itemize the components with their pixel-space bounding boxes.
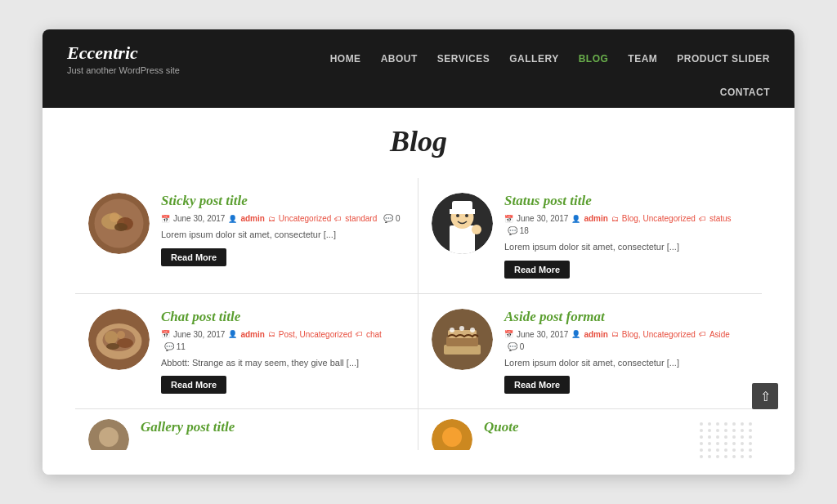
blog-post-gallery-partial: Gallery post title bbox=[75, 409, 418, 450]
post-date-sticky: June 30, 2017 bbox=[173, 214, 225, 223]
read-more-sticky[interactable]: Read More bbox=[161, 248, 226, 266]
scroll-to-top-button[interactable]: ⇧ bbox=[752, 383, 778, 409]
svg-point-18 bbox=[117, 338, 133, 348]
post-date-chat: June 30, 2017 bbox=[173, 330, 225, 339]
post-categories-status[interactable]: Blog, Uncategorized bbox=[622, 214, 696, 223]
post-image-sticky bbox=[88, 193, 150, 254]
post-excerpt-aside: Lorem ipsum dolor sit amet, consectetur … bbox=[504, 356, 749, 370]
blog-post-sticky: Sticky post title 📅 June 30, 2017 👤 admi… bbox=[75, 178, 418, 294]
svg-point-19 bbox=[117, 331, 125, 339]
decoration-dot bbox=[724, 442, 727, 445]
svg-point-17 bbox=[105, 331, 118, 344]
post-meta-sticky: 📅 June 30, 2017 👤 admin 🗂 Uncategorized … bbox=[161, 214, 405, 223]
category-icon-3: 🗂 bbox=[268, 330, 275, 338]
decoration-dot bbox=[708, 435, 711, 439]
blog-post-chat: Chat post title 📅 June 30, 2017 👤 admin … bbox=[75, 294, 418, 410]
post-author-chat[interactable]: admin bbox=[240, 330, 264, 339]
decoration-dot bbox=[749, 435, 752, 439]
decoration-dot bbox=[724, 422, 727, 426]
decoration-dot bbox=[724, 429, 727, 432]
decoration-dot bbox=[732, 442, 736, 445]
nav-services[interactable]: SERVICES bbox=[437, 53, 490, 65]
svg-point-5 bbox=[114, 223, 128, 231]
brand: Eccentric Just another WordPress site bbox=[67, 42, 180, 75]
post-title-chat[interactable]: Chat post title bbox=[161, 309, 405, 325]
svg-point-29 bbox=[99, 427, 119, 447]
browser-window: Eccentric Just another WordPress site HO… bbox=[43, 29, 794, 475]
nav-blog[interactable]: BLOG bbox=[579, 53, 609, 65]
post-categories-chat[interactable]: Post, Uncategorized bbox=[279, 330, 352, 339]
decoration-dot bbox=[716, 422, 719, 426]
calendar-icon-4: 📅 bbox=[504, 330, 513, 338]
decoration-dot bbox=[749, 429, 752, 432]
navbar-bottom: CONTACT bbox=[67, 82, 770, 108]
post-body-status: Status post title 📅 June 30, 2017 👤 admi… bbox=[504, 193, 749, 279]
read-more-aside[interactable]: Read More bbox=[504, 376, 570, 394]
decoration-dot bbox=[708, 455, 711, 458]
decoration-dot bbox=[708, 442, 711, 445]
post-author-sticky[interactable]: admin bbox=[240, 214, 264, 223]
nav-about[interactable]: ABOUT bbox=[381, 53, 418, 65]
post-body-aside: Aside post format 📅 June 30, 2017 👤 admi… bbox=[504, 309, 749, 395]
blog-grid: Sticky post title 📅 June 30, 2017 👤 admi… bbox=[75, 178, 762, 409]
post-tag-status: status bbox=[709, 214, 732, 223]
author-icon-4: 👤 bbox=[571, 330, 580, 338]
post-comments-chat: 💬 11 bbox=[164, 342, 186, 351]
navbar-top: Eccentric Just another WordPress site HO… bbox=[67, 29, 770, 82]
svg-point-26 bbox=[459, 326, 464, 331]
svg-point-12 bbox=[465, 214, 468, 217]
decoration-dot bbox=[716, 435, 719, 439]
decoration-dot bbox=[724, 435, 727, 439]
category-icon: 🗂 bbox=[268, 215, 275, 223]
post-excerpt-chat: Abbott: Strange as it may seem, they giv… bbox=[161, 356, 405, 370]
post-image-quote bbox=[432, 419, 472, 450]
svg-point-4 bbox=[110, 212, 119, 222]
post-title-sticky[interactable]: Sticky post title bbox=[161, 193, 405, 209]
svg-rect-10 bbox=[450, 209, 475, 214]
nav-gallery[interactable]: GALLERY bbox=[509, 53, 558, 65]
partial-title-gallery[interactable]: Gallery post title bbox=[141, 419, 235, 435]
post-comments-aside: 💬 0 bbox=[508, 342, 524, 351]
post-title-aside[interactable]: Aside post format bbox=[504, 309, 749, 325]
category-icon-2: 🗂 bbox=[611, 215, 619, 223]
post-image-status bbox=[432, 193, 493, 254]
decoration-dot bbox=[732, 455, 736, 458]
decoration-dot bbox=[700, 422, 703, 426]
decoration-dot bbox=[741, 455, 744, 458]
decoration-dot bbox=[724, 455, 727, 458]
post-categories-sticky[interactable]: Uncategorized bbox=[279, 214, 331, 223]
category-icon-4: 🗂 bbox=[611, 330, 619, 338]
nav-product-slider[interactable]: PRODUCT SLIDER bbox=[677, 53, 770, 65]
post-excerpt-sticky: Lorem ipsum dolor sit amet, consectetur … bbox=[161, 228, 405, 242]
svg-point-20 bbox=[106, 343, 119, 350]
post-body-sticky: Sticky post title 📅 June 30, 2017 👤 admi… bbox=[161, 193, 405, 266]
author-icon-2: 👤 bbox=[571, 215, 580, 223]
nav-home[interactable]: HOME bbox=[330, 53, 361, 65]
page-title: Blog bbox=[75, 124, 762, 158]
post-author-aside[interactable]: admin bbox=[584, 330, 607, 339]
decoration-dot bbox=[749, 455, 752, 458]
decoration-dot bbox=[732, 448, 736, 452]
brand-title[interactable]: Eccentric bbox=[67, 42, 180, 64]
post-image-aside bbox=[432, 309, 493, 370]
svg-point-11 bbox=[456, 214, 459, 217]
decoration-dot bbox=[716, 455, 719, 458]
post-categories-aside[interactable]: Blog, Uncategorized bbox=[622, 330, 696, 339]
decoration-dot bbox=[741, 442, 744, 445]
tag-icon-chat: 🏷 bbox=[356, 330, 363, 338]
decoration-dot bbox=[749, 442, 752, 445]
decoration-dot bbox=[700, 435, 703, 439]
partial-title-quote[interactable]: Quote bbox=[484, 419, 519, 435]
calendar-icon-3: 📅 bbox=[161, 330, 170, 338]
decoration-dot bbox=[700, 429, 703, 432]
nav-contact[interactable]: CONTACT bbox=[720, 87, 770, 98]
read-more-status[interactable]: Read More bbox=[504, 261, 570, 279]
post-meta-chat: 📅 June 30, 2017 👤 admin 🗂 Post, Uncatego… bbox=[161, 330, 405, 351]
nav-team[interactable]: TEAM bbox=[628, 53, 657, 65]
post-title-status[interactable]: Status post title bbox=[504, 193, 749, 209]
post-author-status[interactable]: admin bbox=[584, 214, 607, 223]
read-more-chat[interactable]: Read More bbox=[161, 376, 226, 394]
decoration-dot bbox=[708, 429, 711, 432]
decoration-dot bbox=[716, 448, 719, 452]
decoration-dot bbox=[700, 455, 703, 458]
